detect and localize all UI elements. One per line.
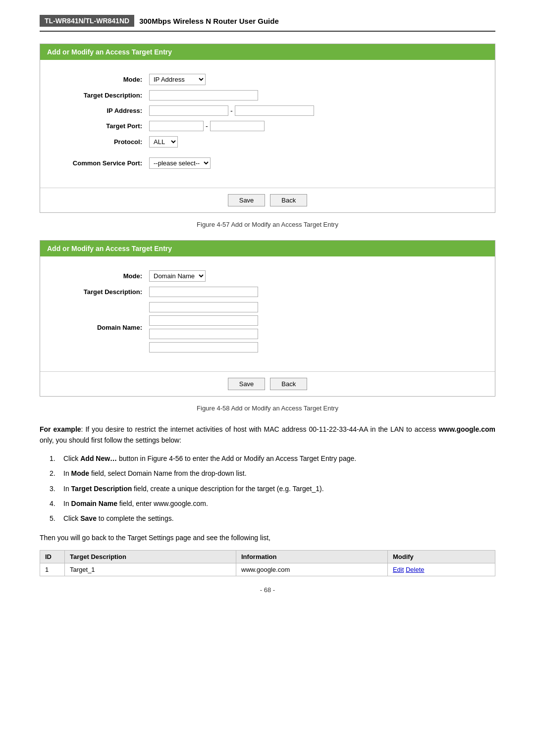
step5-bold: Save bbox=[80, 514, 97, 522]
figure1-protocol-row: Protocol: ALL TCP UDP bbox=[50, 136, 485, 148]
figure1-target-desc-row: Target Description: bbox=[50, 90, 485, 101]
col-header-id: ID bbox=[40, 551, 65, 563]
figure1-port-dash: - bbox=[206, 122, 208, 130]
figure2-back-button[interactable]: Back bbox=[270, 378, 307, 390]
desc-text4: only, you should first follow the settin… bbox=[40, 436, 181, 444]
table-header: ID Target Description Information Modify bbox=[40, 551, 495, 563]
figure2-domain-input-3[interactable] bbox=[149, 329, 258, 339]
step5-text: Click Save to complete the settings. bbox=[63, 513, 495, 524]
figure1-ip-end-input[interactable] bbox=[235, 105, 314, 116]
figure1-ip-start-input[interactable] bbox=[149, 105, 228, 116]
figure2-box-header: Add or Modify an Access Target Entry bbox=[40, 241, 495, 256]
figure2-target-desc-label: Target Description: bbox=[50, 288, 149, 296]
figure1-port-start-input[interactable] bbox=[149, 121, 204, 131]
figure1-mode-select[interactable]: IP Address Domain Name bbox=[149, 74, 206, 85]
figure2-domain-input-2[interactable] bbox=[149, 315, 258, 326]
table-header-row: ID Target Description Information Modify bbox=[40, 551, 495, 563]
row1-edit-link[interactable]: Edit bbox=[393, 566, 404, 573]
step2-bold: Mode bbox=[71, 469, 90, 477]
list-item-3: 3. In Target Description field, create a… bbox=[50, 483, 495, 494]
figure1-port-end-input[interactable] bbox=[210, 121, 265, 131]
step4-num: 4. bbox=[50, 498, 63, 509]
figure2-save-button[interactable]: Save bbox=[228, 378, 266, 390]
step5-num: 5. bbox=[50, 513, 63, 524]
figure1-target-desc-label: Target Description: bbox=[50, 92, 149, 99]
figure1-port-fields: - bbox=[149, 121, 265, 131]
figure1-port-label: Target Port: bbox=[50, 122, 149, 130]
col-header-desc: Target Description bbox=[65, 551, 236, 563]
figure1-footer: Save Back bbox=[40, 188, 495, 212]
step3-bold: Target Description bbox=[71, 485, 132, 493]
row1-info: www.google.com bbox=[236, 563, 388, 576]
row1-desc: Target_1 bbox=[65, 563, 236, 576]
figure1-back-button[interactable]: Back bbox=[270, 194, 307, 206]
step4-bold: Domain Name bbox=[71, 500, 117, 507]
desc-text2: : If you desire to restrict the internet… bbox=[81, 425, 439, 433]
figure1-ip-fields: - bbox=[149, 105, 314, 116]
figure1-target-desc-input[interactable] bbox=[149, 90, 258, 101]
row1-id: 1 bbox=[40, 563, 65, 576]
figure1-common-service-select[interactable]: --please select-- bbox=[149, 157, 211, 169]
step2-num: 2. bbox=[50, 468, 63, 479]
figure2-target-desc-row: Target Description: bbox=[50, 287, 485, 297]
figure2-box: Add or Modify an Access Target Entry Mod… bbox=[40, 240, 495, 397]
figure1-save-button[interactable]: Save bbox=[228, 194, 266, 206]
steps-list: 1. Click Add New… button in Figure 4-56 … bbox=[50, 453, 495, 524]
page-header: TL-WR841N/TL-WR841ND 300Mbps Wireless N … bbox=[40, 15, 495, 32]
figure1-mode-label: Mode: bbox=[50, 76, 149, 83]
col-header-modify: Modify bbox=[387, 551, 495, 563]
figure2-footer: Save Back bbox=[40, 371, 495, 396]
figure2-domain-row: Domain Name: bbox=[50, 302, 485, 353]
figure1-ip-dash: - bbox=[230, 107, 233, 115]
list-item-5: 5. Click Save to complete the settings. bbox=[50, 513, 495, 524]
row1-modify: Edit Delete bbox=[387, 563, 495, 576]
figure2-domain-label: Domain Name: bbox=[50, 324, 149, 331]
header-title: 300Mbps Wireless N Router User Guide bbox=[139, 17, 279, 25]
desc-bold-example: For example bbox=[40, 425, 81, 433]
table-row: 1 Target_1 www.google.com Edit Delete bbox=[40, 563, 495, 576]
figure1-box: Add or Modify an Access Target Entry Mod… bbox=[40, 44, 495, 213]
figure1-common-service-label: Common Service Port: bbox=[50, 159, 149, 167]
step1-bold: Add New… bbox=[80, 454, 117, 462]
figure1-protocol-select[interactable]: ALL TCP UDP bbox=[149, 136, 178, 148]
figure2-domain-input-1[interactable] bbox=[149, 302, 258, 312]
table-intro: Then you will go back to the Target Sett… bbox=[40, 532, 495, 543]
step1-num: 1. bbox=[50, 453, 63, 464]
step3-num: 3. bbox=[50, 483, 63, 494]
figure2-target-desc-input[interactable] bbox=[149, 287, 258, 297]
list-item-2: 2. In Mode field, select Domain Name fro… bbox=[50, 468, 495, 479]
figure1-caption: Figure 4-57 Add or Modify an Access Targ… bbox=[40, 221, 495, 228]
figure1-box-header: Add or Modify an Access Target Entry bbox=[40, 44, 495, 60]
col-header-info: Information bbox=[236, 551, 388, 563]
step3-text: In Target Description field, create a un… bbox=[63, 483, 495, 494]
figure2-domain-inputs bbox=[149, 302, 258, 353]
figure1-ip-label: IP Address: bbox=[50, 107, 149, 114]
step4-text: In Domain Name field, enter www.google.c… bbox=[63, 498, 495, 509]
list-item-4: 4. In Domain Name field, enter www.googl… bbox=[50, 498, 495, 509]
list-item-1: 1. Click Add New… button in Figure 4-56 … bbox=[50, 453, 495, 464]
description-paragraph: For example: If you desire to restrict t… bbox=[40, 424, 495, 446]
figure1-form-body: Mode: IP Address Domain Name Target Desc… bbox=[40, 60, 495, 188]
figure2-caption: Figure 4-58 Add or Modify an Access Targ… bbox=[40, 404, 495, 412]
figure1-port-row: Target Port: - bbox=[50, 121, 485, 131]
step1-text: Click Add New… button in Figure 4-56 to … bbox=[63, 453, 495, 464]
target-table: ID Target Description Information Modify… bbox=[40, 550, 495, 576]
header-model: TL-WR841N/TL-WR841ND bbox=[40, 15, 134, 27]
page-number: - 68 - bbox=[40, 586, 495, 594]
figure1-ip-row: IP Address: - bbox=[50, 105, 485, 116]
figure2-mode-label: Mode: bbox=[50, 272, 149, 280]
row1-delete-link[interactable]: Delete bbox=[406, 566, 425, 573]
desc-url: www.google.com bbox=[438, 425, 495, 433]
table-body: 1 Target_1 www.google.com Edit Delete bbox=[40, 563, 495, 576]
figure2-mode-select[interactable]: IP Address Domain Name bbox=[149, 270, 206, 282]
figure1-mode-row: Mode: IP Address Domain Name bbox=[50, 74, 485, 85]
figure1-common-service-row: Common Service Port: --please select-- bbox=[50, 157, 485, 169]
target-table-wrapper: ID Target Description Information Modify… bbox=[40, 550, 495, 576]
figure2-form-body: Mode: IP Address Domain Name Target Desc… bbox=[40, 256, 495, 371]
step2-text: In Mode field, select Domain Name from t… bbox=[63, 468, 495, 479]
figure2-mode-row: Mode: IP Address Domain Name bbox=[50, 270, 485, 282]
figure1-protocol-label: Protocol: bbox=[50, 138, 149, 146]
figure2-domain-input-4[interactable] bbox=[149, 342, 258, 353]
